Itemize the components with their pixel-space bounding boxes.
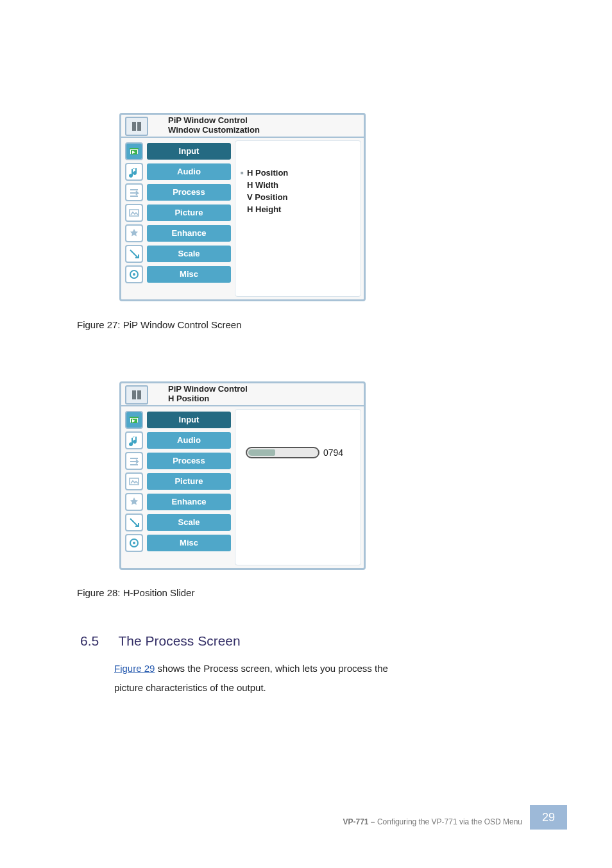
sidebar-item-label: Misc	[147, 266, 231, 283]
sidebar-item-audio[interactable]: Audio	[125, 431, 231, 450]
sidebar-item-label: Enhance	[147, 494, 231, 510]
body-text-b: picture characteristics of the output.	[114, 682, 266, 693]
slider-value: 0794	[323, 447, 343, 458]
picture-icon	[125, 472, 143, 490]
scale-icon	[125, 245, 143, 263]
panel1-title-line1: PiP Window Control	[168, 116, 364, 126]
figure28-caption: Figure 28: H-Position Slider	[77, 586, 539, 601]
h-position-slider[interactable]: 0794	[246, 447, 358, 458]
scale-icon	[125, 513, 143, 531]
picture-icon	[125, 204, 143, 222]
sidebar-item-enhance[interactable]: Enhance	[125, 492, 231, 512]
option-label: H Height	[247, 204, 281, 214]
panel2-header: PiP Window Control H Position	[121, 383, 364, 406]
option-label: H Width	[247, 180, 278, 190]
figure27-caption: Figure 27: PiP Window Control Screen	[77, 318, 539, 333]
sidebar-item-picture[interactable]: Picture	[125, 472, 231, 491]
audio-icon	[125, 163, 143, 181]
sidebar-item-misc[interactable]: Misc	[125, 533, 231, 553]
option-label: V Position	[247, 192, 288, 202]
panel1-title: PiP Window Control Window Customization	[152, 115, 364, 137]
logo-icon	[125, 385, 148, 405]
logo-icon	[125, 117, 148, 136]
sidebar-item-label: Audio	[147, 432, 231, 449]
option-label: H Position	[247, 168, 288, 178]
footer-device: VP-771 –	[343, 817, 377, 826]
heading-text: The Process Screen	[118, 633, 240, 648]
enhance-icon	[125, 493, 143, 511]
sidebar-item-label: Audio	[147, 163, 231, 180]
panel1-main: ■H PositionH WidthV PositionH Height	[235, 140, 361, 297]
input-icon	[125, 411, 143, 429]
process-heading: 6.5 The Process Screen	[80, 631, 542, 651]
slider-track[interactable]	[246, 447, 319, 458]
sidebar-item-label: Picture	[147, 473, 231, 490]
sidebar-item-label: Process	[147, 453, 231, 469]
sidebar-item-label: Scale	[147, 514, 231, 531]
sidebar-item-label: Misc	[147, 535, 231, 551]
process-icon	[125, 452, 143, 470]
footer-section: VP-771 – Configuring the VP-771 via the …	[343, 817, 523, 826]
panel2-main: 0794	[235, 409, 361, 565]
option-h-height[interactable]: H Height	[241, 203, 358, 215]
input-icon	[125, 142, 143, 160]
process-body: Figure 29 shows the Process screen, whic…	[114, 659, 525, 697]
sidebar-item-process[interactable]: Process	[125, 451, 231, 471]
enhance-icon	[125, 224, 143, 242]
body-text-a: shows the Process screen, which lets you…	[155, 663, 388, 674]
sidebar-item-misc[interactable]: Misc	[125, 265, 231, 284]
sidebar-item-picture[interactable]: Picture	[125, 203, 231, 222]
osd-panel-2: PiP Window Control H Position InputAudio…	[119, 381, 366, 570]
sidebar-item-label: Scale	[147, 246, 231, 262]
option-v-position[interactable]: V Position	[241, 191, 358, 203]
heading-number: 6.5	[80, 631, 115, 651]
sidebar-item-scale[interactable]: Scale	[125, 244, 231, 263]
sidebar-item-label: Input	[147, 412, 231, 428]
osd-panel-1: PiP Window Control Window Customization …	[119, 113, 366, 301]
misc-icon	[125, 534, 143, 552]
panel2-title-line1: PiP Window Control	[168, 385, 364, 394]
audio-icon	[125, 431, 143, 449]
panel2-title: PiP Window Control H Position	[152, 383, 364, 405]
option-marker-icon: ■	[241, 170, 246, 176]
option-h-position[interactable]: ■H Position	[241, 167, 358, 179]
panel1-sidebar: InputAudioProcessPictureEnhanceScaleMisc	[121, 138, 235, 299]
panel1-header: PiP Window Control Window Customization	[121, 115, 364, 138]
sidebar-item-label: Process	[147, 184, 231, 201]
sidebar-item-scale[interactable]: Scale	[125, 513, 231, 532]
panel1-title-line2: Window Customization	[168, 126, 364, 135]
panel2-title-line2: H Position	[168, 394, 364, 404]
misc-icon	[125, 265, 143, 283]
sidebar-item-label: Enhance	[147, 225, 231, 242]
slider-fill	[248, 449, 275, 456]
page-number: 29	[530, 805, 567, 830]
panel2-sidebar: InputAudioProcessPictureEnhanceScaleMisc	[121, 406, 235, 568]
sidebar-item-input[interactable]: Input	[125, 142, 231, 161]
sidebar-item-process[interactable]: Process	[125, 183, 231, 202]
figure29-link[interactable]: Figure 29	[114, 663, 155, 674]
sidebar-item-input[interactable]: Input	[125, 410, 231, 430]
sidebar-item-label: Input	[147, 143, 231, 160]
process-icon	[125, 183, 143, 201]
sidebar-item-label: Picture	[147, 204, 231, 221]
option-h-width[interactable]: H Width	[241, 179, 358, 191]
footer-section-name: Configuring the VP-771 via the OSD Menu	[377, 817, 522, 826]
sidebar-item-audio[interactable]: Audio	[125, 162, 231, 181]
sidebar-item-enhance[interactable]: Enhance	[125, 224, 231, 243]
